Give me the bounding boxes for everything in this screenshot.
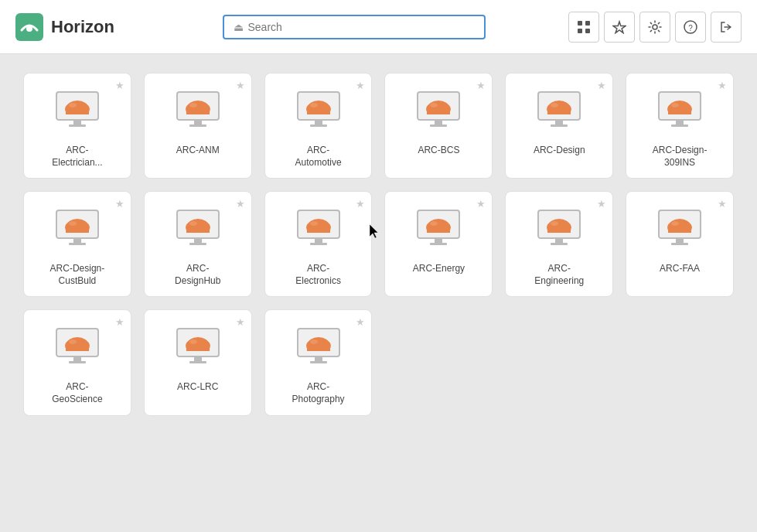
- favorite-star-arc-automotive[interactable]: ★: [356, 80, 365, 91]
- monitor-svg-arc-bcs: [414, 90, 462, 131]
- app-label-arc-electrician: ARC-Electrician...: [52, 145, 102, 169]
- app-card-arc-automotive[interactable]: ★ ARC-Automoti: [264, 73, 373, 179]
- app-card-arc-photography[interactable]: ★ ARC-Photogra: [264, 309, 373, 415]
- svg-text:?: ?: [688, 23, 693, 32]
- favorite-star-arc-design-309ins[interactable]: ★: [718, 80, 727, 91]
- svg-point-118: [189, 339, 197, 344]
- logo-area: Horizon: [15, 13, 139, 41]
- svg-rect-101: [668, 227, 691, 233]
- svg-rect-125: [307, 346, 330, 351]
- svg-rect-37: [427, 109, 450, 114]
- favorite-star-arc-engineering[interactable]: ★: [597, 198, 606, 210]
- favorite-star-arc-electronics[interactable]: ★: [356, 198, 365, 210]
- app-card-arc-design[interactable]: ★ ARC-Design: [505, 73, 613, 179]
- favorite-star-arc-anm[interactable]: ★: [236, 80, 245, 91]
- svg-point-6: [653, 25, 657, 29]
- horizon-logo-icon: [15, 13, 43, 41]
- app-label-arc-electronics: ARC-Electronics: [295, 263, 341, 287]
- svg-point-62: [69, 221, 77, 226]
- svg-rect-119: [194, 356, 202, 361]
- app-label-arc-design: ARC-Design: [534, 145, 585, 157]
- app-grid: ★ ARC-Electric: [0, 54, 757, 435]
- gear-icon: [648, 20, 662, 34]
- favorite-star-arc-energy[interactable]: ★: [476, 198, 486, 210]
- svg-rect-29: [307, 109, 330, 114]
- monitor-svg-arc-electronics: [295, 209, 343, 249]
- search-box[interactable]: ⏏: [223, 15, 486, 39]
- search-input[interactable]: [248, 21, 475, 33]
- svg-rect-117: [186, 346, 210, 351]
- favorites-button[interactable]: [604, 12, 635, 43]
- svg-point-54: [671, 103, 679, 107]
- app-card-arc-engineering[interactable]: ★ ARC-Engineer: [505, 191, 613, 297]
- svg-rect-15: [73, 120, 81, 124]
- app-icon-arc-designhub: [170, 201, 226, 257]
- app-icon-arc-bcs: [411, 83, 466, 138]
- app-card-arc-lrc[interactable]: ★ ARC-LRC: [144, 309, 252, 415]
- app-card-arc-design-309ins[interactable]: ★ ARC-Design-3: [626, 73, 734, 179]
- favorite-star-arc-bcs[interactable]: ★: [476, 80, 486, 91]
- settings-button[interactable]: [639, 12, 670, 43]
- svg-rect-47: [555, 120, 563, 124]
- app-card-arc-electronics[interactable]: ★ ARC-Electron: [264, 191, 373, 297]
- svg-rect-16: [69, 124, 86, 127]
- favorite-star-arc-photography[interactable]: ★: [356, 316, 365, 328]
- svg-rect-120: [189, 361, 206, 363]
- svg-rect-80: [310, 243, 327, 245]
- app-icon-arc-lrc: [170, 319, 226, 375]
- app-title: Horizon: [51, 17, 114, 37]
- help-button[interactable]: ?: [675, 12, 706, 43]
- svg-rect-103: [676, 238, 684, 243]
- svg-rect-72: [189, 243, 206, 245]
- svg-rect-24: [189, 124, 206, 127]
- svg-point-1: [26, 26, 32, 32]
- svg-point-78: [310, 221, 318, 226]
- header: Horizon ⏏: [0, 0, 757, 54]
- monitor-svg-arc-anm: [174, 90, 222, 131]
- app-label-arc-engineering: ARC-Engineering: [534, 263, 584, 287]
- favorite-star-arc-geoscience[interactable]: ★: [115, 316, 124, 328]
- svg-rect-13: [66, 109, 89, 114]
- app-icon-arc-anm: [170, 83, 226, 138]
- monitor-svg-arc-design: [535, 90, 583, 131]
- monitor-svg-arc-design-309ins: [656, 90, 704, 131]
- grid-view-button[interactable]: [568, 12, 599, 43]
- app-label-arc-design-309ins: ARC-Design-309INS: [653, 145, 708, 169]
- app-card-arc-design-custbuld[interactable]: ★ ARC-Design-C: [23, 191, 131, 297]
- svg-rect-128: [310, 361, 327, 363]
- favorite-star-arc-lrc[interactable]: ★: [236, 316, 245, 328]
- svg-point-38: [430, 103, 438, 107]
- app-card-arc-faa[interactable]: ★ ARC-FAA: [626, 191, 734, 297]
- favorite-star-arc-design-custbuld[interactable]: ★: [115, 198, 124, 210]
- search-icon: ⏏: [234, 21, 244, 33]
- monitor-svg-arc-design-custbuld: [53, 209, 101, 249]
- svg-rect-5: [585, 29, 590, 33]
- svg-rect-96: [551, 243, 568, 245]
- monitor-svg-arc-engineering: [535, 209, 583, 249]
- app-icon-arc-faa: [652, 201, 708, 257]
- app-card-arc-electrician[interactable]: ★ ARC-Electric: [23, 73, 131, 179]
- favorite-star-arc-electrician[interactable]: ★: [115, 80, 124, 91]
- app-card-arc-bcs[interactable]: ★ ARC-BCS: [384, 73, 493, 179]
- app-card-arc-geoscience[interactable]: ★ ARC-GeoScien: [23, 309, 131, 415]
- svg-rect-69: [186, 227, 210, 233]
- star-icon: [612, 20, 626, 34]
- app-icon-arc-engineering: [531, 201, 587, 257]
- app-icon-arc-energy: [411, 201, 466, 257]
- svg-point-94: [551, 221, 558, 226]
- favorite-star-arc-designhub[interactable]: ★: [236, 198, 245, 210]
- svg-rect-3: [585, 21, 590, 26]
- app-label-arc-lrc: ARC-LRC: [177, 381, 218, 394]
- svg-rect-71: [194, 238, 202, 243]
- svg-point-14: [69, 103, 77, 107]
- app-card-arc-designhub[interactable]: ★ ARC-DesignHu: [144, 191, 252, 297]
- app-label-arc-automotive: ARC-Automotive: [295, 145, 342, 169]
- app-card-arc-anm[interactable]: ★ ARC-ANM: [144, 73, 252, 179]
- favorite-star-arc-faa[interactable]: ★: [718, 198, 727, 210]
- favorite-star-arc-design[interactable]: ★: [597, 80, 606, 91]
- monitor-svg-arc-photography: [295, 327, 343, 367]
- svg-rect-112: [69, 361, 86, 363]
- header-actions: ?: [568, 12, 742, 43]
- app-card-arc-energy[interactable]: ★ ARC-Energy: [384, 191, 493, 297]
- logout-button[interactable]: [711, 12, 742, 43]
